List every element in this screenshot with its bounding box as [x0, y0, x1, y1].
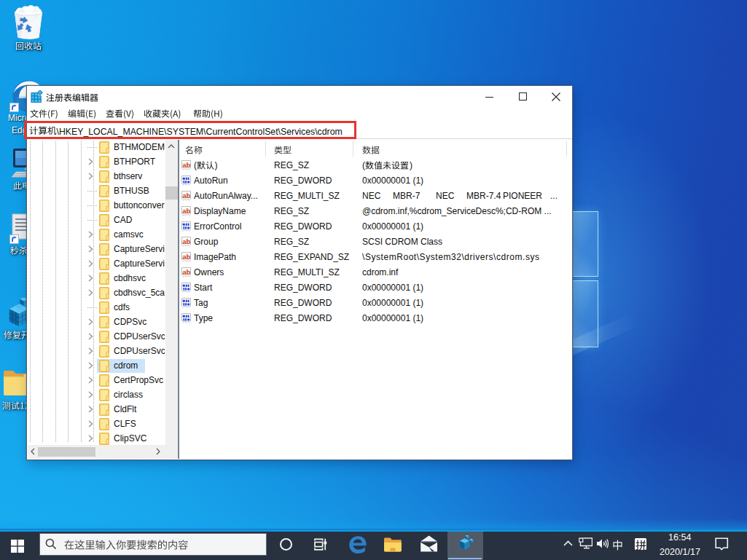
svg-text:ab: ab [182, 268, 190, 276]
svg-text:ab: ab [182, 237, 190, 245]
svg-text:ab: ab [182, 207, 190, 215]
svg-text:ab: ab [182, 161, 190, 169]
svg-text:ab: ab [182, 253, 190, 261]
svg-text:ab: ab [182, 192, 190, 200]
